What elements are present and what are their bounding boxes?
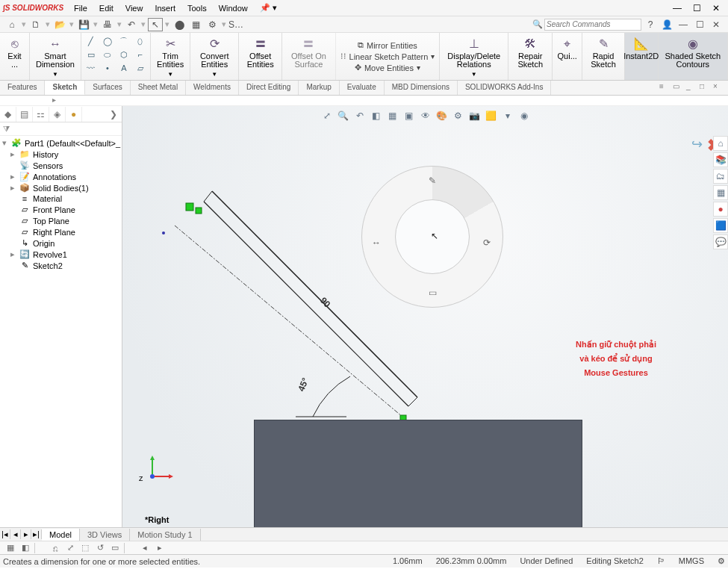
tabs-close-icon[interactable]: × [713, 82, 724, 90]
rect-tool[interactable]: ▭ [84, 49, 98, 60]
tree-root[interactable]: ▾🧩Part1 (Default<<Default>_ [0, 137, 122, 149]
tree-tab-display-icon[interactable]: ◈ [49, 107, 66, 122]
doc-maximize-icon[interactable]: ☐ [692, 18, 707, 31]
circle-tool[interactable]: ◯ [101, 35, 114, 47]
tree-item[interactable]: ▱Right Plane [0, 226, 122, 237]
arc-tool[interactable]: ⌒ [117, 35, 131, 47]
bottom-tab-motion[interactable]: Motion Study 1 [130, 529, 200, 541]
bt-7-icon[interactable]: ▭ [109, 542, 121, 554]
tab-directediting[interactable]: Direct Editing [239, 81, 299, 95]
tree-item[interactable]: 📡Sensors [0, 160, 122, 171]
tabs-pin-icon[interactable]: ▭ [673, 82, 683, 90]
tab-surfaces[interactable]: Surfaces [85, 81, 130, 95]
offset-entities-button[interactable]: 〓Offset Entities [239, 33, 282, 80]
polygon-tool[interactable]: ⬡ [117, 49, 131, 60]
tab-features[interactable]: Features [0, 81, 45, 95]
menu-pin-icon[interactable]: 📌 ▾ [254, 1, 283, 14]
trim-entities-button[interactable]: ✂Trim Entities▼ [151, 33, 191, 80]
bt-2-icon[interactable]: ◧ [19, 542, 31, 554]
solid-body-face[interactable] [254, 420, 582, 527]
search-input[interactable] [544, 19, 641, 31]
tree-item[interactable]: ▸📝Annotations [0, 171, 122, 182]
tab-sheetmetal[interactable]: Sheet Metal [131, 81, 186, 95]
tab-next-icon[interactable]: ▸ [21, 529, 31, 539]
close-button[interactable]: ✕ [707, 3, 725, 13]
ellipse-tool[interactable]: ⬯ [134, 35, 147, 47]
doc-minimize-icon[interactable]: — [676, 18, 691, 31]
spline-tool[interactable]: 〰 [84, 62, 98, 74]
doc-close-icon[interactable]: ✕ [709, 18, 724, 31]
menu-tools[interactable]: Tools [181, 2, 213, 14]
graphics-viewport[interactable]: ⤢ 🔍 ↶ ◧ ▦ ▣ 👁 🎨 ⚙ 📷 🟨 ▾ ◉ ↪ ✖ ⌂ 📚 🗂 ▦ ● … [122, 106, 728, 527]
new-icon[interactable]: 🗋 [28, 18, 43, 31]
convert-entities-button[interactable]: ⟳Convert Entities▼ [190, 33, 239, 80]
options-icon[interactable]: ▦ [188, 18, 203, 31]
tab-first-icon[interactable]: |◂ [0, 529, 10, 539]
save-icon[interactable]: 💾 [76, 18, 91, 31]
bt-8-icon[interactable]: ◂ [139, 542, 151, 554]
command-search[interactable]: 🔍 ? 👤 — ☐ ✕ [532, 18, 724, 31]
tab-addins[interactable]: SOLIDWORKS Add-Ins [458, 81, 551, 95]
bottom-tab-3dviews[interactable]: 3D Views [80, 529, 130, 541]
tab-evaluate[interactable]: Evaluate [340, 81, 385, 95]
text-tool[interactable]: A [117, 62, 131, 74]
view-triad[interactable]: z [145, 454, 175, 485]
tabs-list-icon[interactable]: ≡ [659, 82, 670, 90]
minimize-button[interactable]: — [668, 3, 686, 13]
save-all-icon[interactable]: S… [228, 18, 243, 31]
bt-4-icon[interactable]: ⤢ [64, 542, 76, 554]
tab-markup[interactable]: Markup [299, 81, 339, 95]
menu-view[interactable]: View [119, 2, 149, 14]
tab-weldments[interactable]: Weldments [186, 81, 239, 95]
tree-item[interactable]: ✎Sketch2 [0, 260, 122, 271]
repair-sketch-button[interactable]: 🛠Repair Sketch [508, 33, 553, 80]
help-icon[interactable]: ? [643, 18, 658, 31]
shaded-contours-button[interactable]: ◉Shaded Sketch Contours [659, 33, 728, 80]
tabs-min-icon[interactable]: _ [686, 82, 697, 90]
bt-5-icon[interactable]: ⬚ [79, 542, 91, 554]
move-entities-button[interactable]: ✥Move Entities▾ [353, 63, 422, 72]
tab-sketch[interactable]: Sketch [45, 81, 85, 95]
gesture-top-icon[interactable]: ✎ [426, 175, 438, 187]
gesture-right-icon[interactable]: ⟳ [481, 237, 493, 249]
status-flag-icon[interactable]: 🏳 [657, 556, 665, 566]
menu-file[interactable]: File [68, 2, 93, 14]
user-icon[interactable]: 👤 [659, 18, 674, 31]
rapid-sketch-button[interactable]: ✎Rapid Sketch [582, 33, 625, 80]
gesture-left-icon[interactable]: ↔ [370, 237, 382, 249]
rebuild-icon[interactable]: ⬤ [172, 18, 187, 31]
select-icon[interactable]: ↖ [148, 18, 163, 31]
bt-3-icon[interactable]: ⎌ [49, 542, 61, 554]
mirror-entities-button[interactable]: ⧉Mirror Entities [356, 40, 419, 50]
sketch-relation-handle[interactable] [196, 208, 202, 214]
plane-tool[interactable]: ▱ [134, 62, 147, 74]
menu-insert[interactable]: Insert [149, 2, 181, 14]
sketch-endpoint-handle[interactable] [186, 203, 193, 211]
tabs-max-icon[interactable]: □ [700, 82, 710, 90]
tree-item[interactable]: ▸🔄Revolve1 [0, 249, 122, 260]
feature-tree[interactable]: ▾🧩Part1 (Default<<Default>_ ▸📁History📡Se… [0, 136, 122, 527]
bt-1-icon[interactable]: ▦ [4, 542, 16, 554]
tree-tab-config-icon[interactable]: ⚏ [33, 107, 49, 122]
tree-item[interactable]: ▸📦Solid Bodies(1) [0, 182, 122, 193]
display-delete-relations-button[interactable]: ⊥Display/Delete Relations▼ [440, 33, 508, 80]
tab-mbd[interactable]: MBD Dimensions [385, 81, 458, 95]
status-gear-icon[interactable]: ⚙ [718, 556, 725, 566]
tree-expand-icon[interactable]: ❯ [105, 107, 122, 122]
home-icon[interactable]: ⌂ [4, 18, 19, 31]
gesture-bottom-icon[interactable]: ▭ [426, 287, 438, 299]
tree-item[interactable]: ≡Material [0, 193, 122, 204]
exit-sketch-button[interactable]: ⎋Exit ... [0, 33, 30, 80]
bottom-tab-model[interactable]: Model [42, 529, 80, 541]
bt-9-icon[interactable]: ▸ [154, 542, 166, 554]
instant2d-button[interactable]: 📐Instant2D [625, 33, 659, 80]
point-tool[interactable]: • [101, 62, 114, 74]
slot-tool[interactable]: ⬭ [101, 49, 114, 60]
undo-icon[interactable]: ↶ [124, 18, 139, 31]
quick-snaps-button[interactable]: ⌖Qui... [553, 33, 582, 80]
tree-item[interactable]: ▱Front Plane [0, 204, 122, 215]
tree-filter[interactable]: ⧩ [0, 122, 122, 136]
tab-prev-icon[interactable]: ◂ [10, 529, 21, 539]
line-tool[interactable]: ╱ [84, 35, 98, 47]
tab-last-icon[interactable]: ▸| [31, 529, 42, 539]
